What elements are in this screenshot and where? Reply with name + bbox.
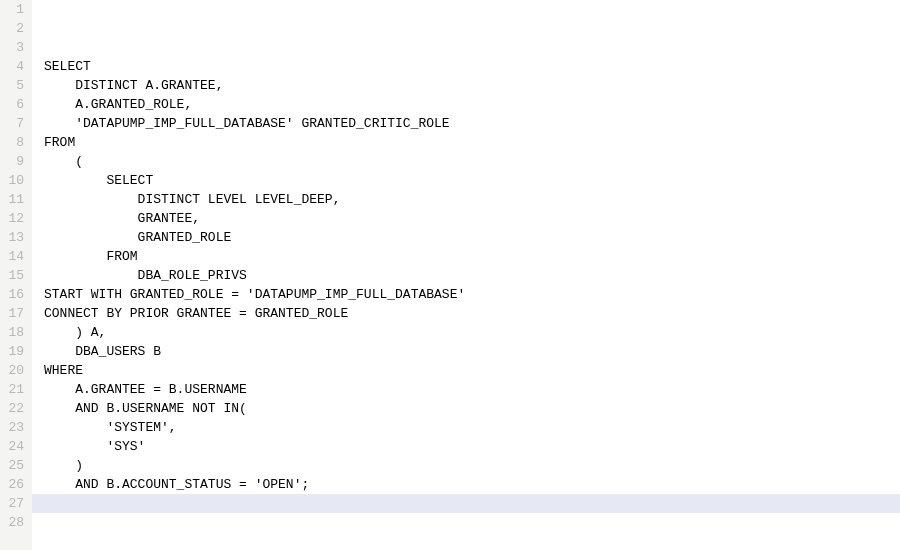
line-number: 19: [8, 342, 24, 361]
line-number-gutter: 1234567891011121314151617181920212223242…: [0, 0, 32, 550]
code-line: DISTINCT A.GRANTEE,: [44, 76, 900, 95]
line-number: 13: [8, 228, 24, 247]
line-number: 28: [8, 513, 24, 532]
line-number: 27: [8, 494, 24, 513]
line-number: 24: [8, 437, 24, 456]
line-number: 5: [8, 76, 24, 95]
line-number: 6: [8, 95, 24, 114]
code-line: DBA_ROLE_PRIVS: [44, 266, 900, 285]
line-number: 18: [8, 323, 24, 342]
line-number: 11: [8, 190, 24, 209]
line-number: 25: [8, 456, 24, 475]
line-number: 21: [8, 380, 24, 399]
code-line: AND B.ACCOUNT_STATUS = 'OPEN';: [44, 475, 900, 494]
code-line: AND B.USERNAME NOT IN(: [44, 399, 900, 418]
line-number: 20: [8, 361, 24, 380]
code-line: WHERE: [44, 361, 900, 380]
line-number: 17: [8, 304, 24, 323]
line-number: 2: [8, 19, 24, 38]
line-number: 14: [8, 247, 24, 266]
line-number: 3: [8, 38, 24, 57]
line-number: 15: [8, 266, 24, 285]
line-number: 4: [8, 57, 24, 76]
code-line: GRANTED_ROLE: [44, 228, 900, 247]
code-line: START WITH GRANTED_ROLE = 'DATAPUMP_IMP_…: [44, 285, 900, 304]
code-area[interactable]: SELECT DISTINCT A.GRANTEE, A.GRANTED_ROL…: [32, 0, 900, 550]
code-line: A.GRANTEE = B.USERNAME: [44, 380, 900, 399]
code-line: 'SYSTEM',: [44, 418, 900, 437]
code-line: ) A,: [44, 323, 900, 342]
line-number: 22: [8, 399, 24, 418]
code-line: (: [44, 152, 900, 171]
line-number: 1: [8, 0, 24, 19]
code-line: DISTINCT LEVEL LEVEL_DEEP,: [44, 190, 900, 209]
code-line: FROM: [44, 133, 900, 152]
code-text: SELECT DISTINCT A.GRANTEE, A.GRANTED_ROL…: [44, 38, 900, 550]
code-line: [44, 532, 900, 550]
code-line: 'SYS': [44, 437, 900, 456]
code-editor[interactable]: 1234567891011121314151617181920212223242…: [0, 0, 900, 550]
code-line: FROM: [44, 247, 900, 266]
code-line: GRANTEE,: [44, 209, 900, 228]
code-line: DBA_USERS B: [44, 342, 900, 361]
line-number: 12: [8, 209, 24, 228]
line-number: 8: [8, 133, 24, 152]
code-line: [44, 494, 900, 513]
code-line: [44, 513, 900, 532]
line-number: 16: [8, 285, 24, 304]
code-line: [44, 38, 900, 57]
line-number: 26: [8, 475, 24, 494]
line-number: 9: [8, 152, 24, 171]
code-line: CONNECT BY PRIOR GRANTEE = GRANTED_ROLE: [44, 304, 900, 323]
code-line: 'DATAPUMP_IMP_FULL_DATABASE' GRANTED_CRI…: [44, 114, 900, 133]
code-line: SELECT: [44, 171, 900, 190]
line-number: 10: [8, 171, 24, 190]
line-number: 7: [8, 114, 24, 133]
code-line: ): [44, 456, 900, 475]
code-line: SELECT: [44, 57, 900, 76]
code-line: A.GRANTED_ROLE,: [44, 95, 900, 114]
line-number: 23: [8, 418, 24, 437]
